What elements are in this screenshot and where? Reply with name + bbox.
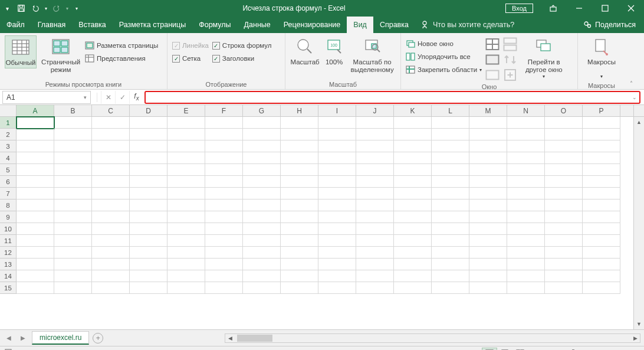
cell[interactable] [54,152,92,164]
hide-button[interactable] [485,53,500,67]
cell[interactable] [469,176,507,188]
cell[interactable] [583,223,620,235]
cell[interactable] [432,140,469,152]
cell[interactable] [205,176,243,188]
cell[interactable] [167,270,205,282]
row-header[interactable]: 14 [0,270,17,282]
cell[interactable] [318,270,356,282]
cell[interactable] [432,247,469,259]
cell[interactable] [205,188,243,199]
cell[interactable] [243,152,281,164]
cell[interactable] [432,211,469,223]
column-header[interactable]: M [469,105,507,116]
cell[interactable] [432,223,469,235]
headings-checkbox[interactable]: Заголовки [212,52,272,65]
sheet-tab[interactable]: microexcel.ru [32,331,89,345]
cell[interactable] [318,211,356,223]
cell[interactable] [507,223,545,235]
zoom-selection-button[interactable]: Масштаб по выделенному [349,35,396,75]
cell[interactable] [130,176,167,188]
cell[interactable] [167,117,205,129]
cell[interactable] [17,117,54,129]
cell[interactable] [281,235,318,247]
cell[interactable] [394,259,432,270]
cell[interactable] [469,188,507,199]
cell[interactable] [205,259,243,270]
cell[interactable] [17,129,54,140]
cell[interactable] [54,164,92,176]
cell[interactable] [167,223,205,235]
column-header[interactable]: C [92,105,130,116]
cell[interactable] [243,211,281,223]
cell[interactable] [281,188,318,199]
pagelayout-view-icon[interactable] [497,348,512,350]
cell[interactable] [545,164,583,176]
cell[interactable] [507,176,545,188]
cell[interactable] [130,199,167,211]
cell[interactable] [545,117,583,129]
cell[interactable] [130,211,167,223]
cell[interactable] [281,247,318,259]
column-header[interactable]: F [205,105,243,116]
split-button[interactable] [485,37,500,51]
column-header[interactable]: B [54,105,92,116]
gridlines-checkbox[interactable]: Сетка [172,52,209,65]
cell[interactable] [583,164,620,176]
cell[interactable] [205,117,243,129]
cell[interactable] [243,188,281,199]
cell[interactable] [205,140,243,152]
cell[interactable] [432,235,469,247]
login-button[interactable]: Вход [505,4,533,13]
cell[interactable] [92,152,130,164]
sidebyside-button[interactable] [503,37,517,51]
cell[interactable] [130,282,167,294]
cell[interactable] [318,176,356,188]
row-header[interactable]: 5 [0,164,17,176]
cell[interactable] [205,270,243,282]
cell[interactable] [92,270,130,282]
menu-view[interactable]: Вид [347,17,373,33]
undo-dropdown-icon[interactable]: ▾ [45,6,47,11]
cell[interactable] [167,199,205,211]
formulabar-checkbox[interactable]: Строка формул [212,39,272,52]
cell[interactable] [545,282,583,294]
select-all-corner[interactable] [0,105,17,116]
cell[interactable] [243,247,281,259]
menu-help[interactable]: Справка [373,17,415,33]
cell[interactable] [17,211,54,223]
row-header[interactable]: 3 [0,140,17,152]
row-header[interactable]: 2 [0,129,17,140]
cell[interactable] [469,152,507,164]
column-header[interactable]: E [167,105,205,116]
cell[interactable] [167,211,205,223]
cell[interactable] [243,199,281,211]
cell[interactable] [54,211,92,223]
cell[interactable] [281,164,318,176]
cell[interactable] [545,270,583,282]
cell[interactable] [356,164,394,176]
row-header[interactable]: 9 [0,211,17,223]
column-header[interactable]: G [243,105,281,116]
cell[interactable] [243,176,281,188]
cell[interactable] [318,282,356,294]
column-header[interactable]: J [356,105,394,116]
cell[interactable] [281,259,318,270]
cancel-formula-icon[interactable]: ✕ [101,91,115,104]
newwindow-button[interactable]: Новое окно [406,37,482,50]
cell[interactable] [545,247,583,259]
cell[interactable] [469,247,507,259]
cell[interactable] [54,270,92,282]
cell[interactable] [318,152,356,164]
cell[interactable] [469,140,507,152]
switchwindow-button[interactable]: Перейти в другое окно▾ [521,35,567,81]
enter-formula-icon[interactable]: ✓ [115,91,129,104]
cell[interactable] [54,223,92,235]
cell[interactable] [281,140,318,152]
cell[interactable] [318,188,356,199]
cell[interactable] [281,129,318,140]
cell[interactable] [507,270,545,282]
cell[interactable] [130,140,167,152]
cell[interactable] [545,188,583,199]
cell[interactable] [507,199,545,211]
cell[interactable] [394,199,432,211]
